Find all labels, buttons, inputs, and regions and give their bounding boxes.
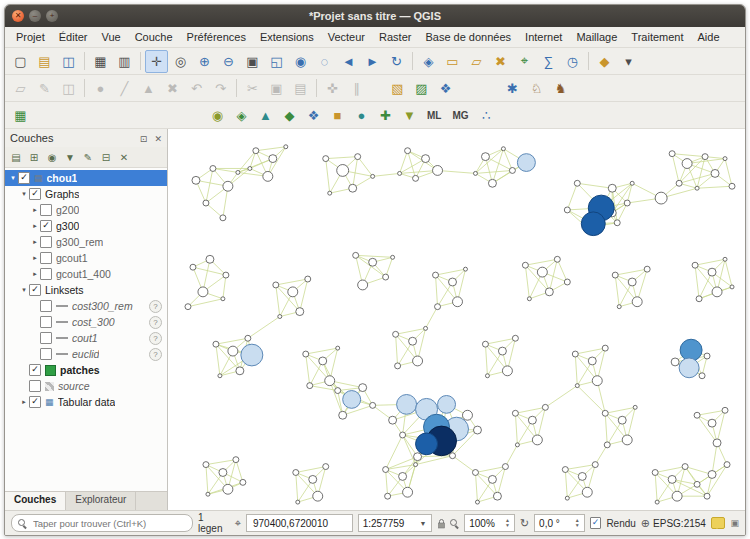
expander-icon[interactable]: ▾ xyxy=(19,190,29,198)
coordinate-input[interactable] xyxy=(251,517,348,530)
save-edits-button[interactable]: ◫ xyxy=(57,77,80,100)
layer-tree-item-cout1[interactable]: cout1? xyxy=(5,330,167,346)
rotation-spinbox[interactable]: 0,0 ° ▲▼ xyxy=(534,514,585,532)
pan-to-selection-tool[interactable]: ◎ xyxy=(169,50,192,73)
measure-tool[interactable]: ⌖ xyxy=(513,50,536,73)
close-button[interactable]: ✕ xyxy=(12,10,24,22)
menu-maillage[interactable]: Maillage xyxy=(569,29,624,45)
style-manager-button[interactable]: ❖ xyxy=(434,77,457,100)
spinner-arrows-icon[interactable]: ▲▼ xyxy=(505,518,510,528)
zoom-next-button[interactable]: ► xyxy=(361,50,384,73)
menu-vecteur[interactable]: Vecteur xyxy=(321,29,372,45)
identify-features-tool[interactable]: ◈ xyxy=(417,50,440,73)
remove-layer-button[interactable]: ✕ xyxy=(116,149,132,165)
expander-icon[interactable]: ▸ xyxy=(30,238,40,246)
copy-features-button[interactable]: ▣ xyxy=(265,77,288,100)
menu-raster[interactable]: Raster xyxy=(372,29,418,45)
layer-checkbox[interactable] xyxy=(40,348,52,360)
expander-icon[interactable]: ▾ xyxy=(8,174,18,182)
unavailable-badge[interactable]: ? xyxy=(149,316,162,329)
layer-tree-item-tabular-data[interactable]: ▸✓▦Tabular data xyxy=(5,394,167,410)
panel-tab-explorateur[interactable]: Explorateur xyxy=(66,492,136,510)
layer-checkbox[interactable] xyxy=(40,268,52,280)
bookmarks-menu-button[interactable]: ▾ xyxy=(617,50,640,73)
refresh-map-button[interactable]: ↻ xyxy=(385,50,408,73)
animal-plugin-button[interactable]: ♞ xyxy=(549,77,572,100)
unavailable-badge[interactable]: ? xyxy=(149,332,162,345)
expander-icon[interactable]: ▸ xyxy=(30,222,40,230)
panel-float-button[interactable]: ⊡ xyxy=(140,134,148,144)
temporal-controller-button[interactable]: ◷ xyxy=(561,50,584,73)
zoom-last-button[interactable]: ◄ xyxy=(337,50,360,73)
paste-features-button[interactable]: ▤ xyxy=(289,77,312,100)
layer-tree-item-linksets[interactable]: ▾✓Linksets xyxy=(5,282,167,298)
layer-checkbox[interactable] xyxy=(40,300,52,312)
expander-icon[interactable]: ▸ xyxy=(30,254,40,262)
layer-tree-item-cost-300[interactable]: cost_300? xyxy=(5,314,167,330)
panel-tab-couches[interactable]: Couches xyxy=(5,492,66,510)
menu-base-de-donnees[interactable]: Base de données xyxy=(418,29,518,45)
expander-icon[interactable]: ▸ xyxy=(30,270,40,278)
menu-couche[interactable]: Couche xyxy=(128,29,180,45)
maximize-button[interactable]: + xyxy=(46,10,58,22)
layer-checkbox[interactable]: ✓ xyxy=(29,396,41,408)
plugin-tool-5[interactable]: ❖ xyxy=(302,104,325,127)
zoom-out-tool[interactable]: ⊖ xyxy=(217,50,240,73)
layer-tree-item-graphs[interactable]: ▾✓Graphs xyxy=(5,186,167,202)
select-features-tool[interactable]: ▭ xyxy=(441,50,464,73)
log-button[interactable]: ▣ xyxy=(730,518,739,528)
new-geopackage-button[interactable]: ▨ xyxy=(410,77,433,100)
statistical-summary-button[interactable]: ∑ xyxy=(537,50,560,73)
unavailable-badge[interactable]: ? xyxy=(149,300,162,313)
new-shapefile-button[interactable]: ▧ xyxy=(386,77,409,100)
undo-button[interactable]: ↶ xyxy=(185,77,208,100)
layer-checkbox[interactable] xyxy=(40,252,52,264)
unavailable-badge[interactable]: ? xyxy=(149,348,162,361)
layer-checkbox[interactable] xyxy=(40,204,52,216)
layer-tree-item-patches[interactable]: ✓patches xyxy=(5,362,167,378)
search-input[interactable] xyxy=(31,517,186,530)
layer-tree-item-g200[interactable]: ▸g200 xyxy=(5,202,167,218)
plugin-tool-9[interactable]: ▼ xyxy=(398,104,421,127)
layer-checkbox[interactable]: ✓ xyxy=(18,172,30,184)
menu-traitement[interactable]: Traitement xyxy=(624,29,690,45)
scale-combobox[interactable]: 1:257759 ▼ xyxy=(358,514,432,532)
menu-internet[interactable]: Internet xyxy=(518,29,569,45)
layer-tree-item-gcout1[interactable]: ▸gcout1 xyxy=(5,250,167,266)
layer-checkbox[interactable]: ✓ xyxy=(29,364,41,376)
layer-checkbox[interactable] xyxy=(40,316,52,328)
new-print-layout-button[interactable]: ▦ xyxy=(89,50,112,73)
filter-by-expression-button[interactable]: ✎ xyxy=(80,149,96,165)
open-project-button[interactable]: ▤ xyxy=(33,50,56,73)
scale-lock-icon[interactable] xyxy=(437,518,446,529)
plugin-tool-2[interactable]: ◈ xyxy=(230,104,253,127)
expander-icon[interactable]: ▸ xyxy=(19,398,29,406)
cut-features-button[interactable]: ✂ xyxy=(241,77,264,100)
zoom-full-button[interactable]: ◱ xyxy=(265,50,288,73)
layer-tree-item-cost300-rem[interactable]: cost300_rem? xyxy=(5,298,167,314)
add-point-feature-button[interactable]: ● xyxy=(89,77,112,100)
zoom-to-selection-button[interactable]: ◉ xyxy=(289,50,312,73)
render-checkbox[interactable]: ✓ xyxy=(590,517,602,529)
map-canvas[interactable] xyxy=(168,129,745,510)
layer-checkbox[interactable]: ✓ xyxy=(29,188,41,200)
plugin-dots-button[interactable]: ∴ xyxy=(475,104,498,127)
data-source-manager-button[interactable]: ▦ xyxy=(9,104,32,127)
current-edits-button[interactable]: ▱ xyxy=(9,77,32,100)
layer-tree-item-gcout1-400[interactable]: ▸gcout1_400 xyxy=(5,266,167,282)
save-project-button[interactable]: ◫ xyxy=(57,50,80,73)
layer-tree-item-source[interactable]: source xyxy=(5,378,167,394)
layer-checkbox[interactable]: ✓ xyxy=(40,220,52,232)
filter-legend-button[interactable]: ▼ xyxy=(62,149,78,165)
zoom-to-layer-button[interactable]: ◌ xyxy=(313,50,336,73)
menu-aide[interactable]: Aide xyxy=(691,29,727,45)
plugin-tool-1[interactable]: ◉ xyxy=(206,104,229,127)
plugin-tool-3[interactable]: ▲ xyxy=(254,104,277,127)
processing-toolbox-button[interactable]: ✱ xyxy=(501,77,524,100)
expander-icon[interactable]: ▸ xyxy=(30,206,40,214)
layer-checkbox[interactable] xyxy=(40,236,52,248)
delete-selected-button[interactable]: ✖ xyxy=(161,77,184,100)
add-line-feature-button[interactable]: ╱ xyxy=(113,77,136,100)
layer-checkbox[interactable]: ✓ xyxy=(29,284,41,296)
crs-status[interactable]: ⊕ EPSG:2154 xyxy=(641,517,706,530)
